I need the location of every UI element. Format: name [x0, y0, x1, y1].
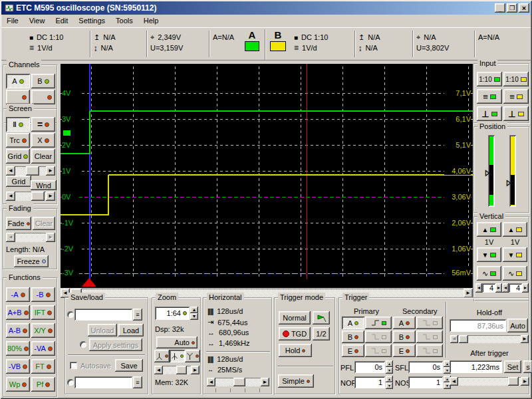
average-a-value[interactable]: 4: [482, 283, 495, 293]
hold-button[interactable]: Hold: [279, 344, 312, 357]
scroll-right-icon[interactable]: ►: [191, 366, 200, 374]
spin-up-icon[interactable]: ▴: [386, 376, 393, 382]
fn-neg-vb-button[interactable]: -VB: [6, 359, 30, 374]
smooth-b-button[interactable]: ∿: [503, 266, 527, 281]
secondary-b-edge-button[interactable]: [416, 331, 443, 343]
channel-b-button[interactable]: B: [31, 74, 55, 88]
spin-up-icon[interactable]: ▴: [386, 360, 393, 367]
trace-button[interactable]: Trc: [6, 133, 30, 148]
nop-spinner[interactable]: ▴ ▾: [386, 376, 393, 389]
scale-up-b-button[interactable]: ▲: [503, 222, 527, 237]
scale-down-a-button[interactable]: ▼: [477, 247, 501, 262]
zoom-anchor-center-button[interactable]: [170, 350, 185, 362]
probe-b-button[interactable]: 1:10: [503, 72, 529, 86]
half-button[interactable]: 1/2: [313, 327, 330, 340]
spin-left-icon[interactable]: ◂: [502, 283, 509, 293]
menu-view[interactable]: View: [24, 15, 51, 27]
fn-wp-button[interactable]: Wp: [6, 377, 30, 392]
zoom-auto-button[interactable]: Auto: [156, 336, 198, 348]
wnd-scrollbar[interactable]: ◄ ►: [6, 192, 55, 201]
secondary-a-edge-button[interactable]: [416, 317, 443, 329]
after-trigger-scrollbar[interactable]: ◄ ►: [450, 377, 529, 386]
scroll-left-icon[interactable]: ◄: [154, 366, 163, 374]
timebase-scrollbar[interactable]: ◄ ►: [207, 378, 269, 386]
scroll-left-icon[interactable]: ◄: [6, 166, 15, 176]
zoom-anchor-right-button[interactable]: [185, 350, 200, 362]
primary-a-button[interactable]: A: [342, 317, 364, 329]
zoom-down-icon[interactable]: ▾: [190, 313, 198, 320]
zoom-up-icon[interactable]: ▴: [190, 307, 198, 313]
fn-a-minus-b-button[interactable]: A-B: [6, 323, 30, 338]
spin-left-icon[interactable]: ◂: [475, 283, 482, 293]
apply-settings-radio[interactable]: [80, 341, 86, 348]
channel-a-button[interactable]: A: [6, 74, 30, 88]
primary-e-button[interactable]: E: [342, 344, 364, 357]
settings-file-radio[interactable]: [67, 311, 74, 318]
scroll-right-icon[interactable]: ►: [521, 377, 529, 386]
simple-button[interactable]: Simple: [278, 374, 314, 388]
pause-button[interactable]: ‖: [6, 117, 30, 132]
autosave-checkbox[interactable]: [70, 362, 77, 369]
spin-down-icon[interactable]: ▾: [386, 382, 393, 389]
menu-settings[interactable]: Settings: [73, 15, 110, 27]
fn-neg-b-button[interactable]: -B: [31, 287, 55, 302]
secondary-b-button[interactable]: B: [393, 331, 416, 343]
scroll-left-icon[interactable]: ◄: [450, 377, 458, 386]
scroll-left-icon[interactable]: ◄: [207, 378, 215, 386]
zoom-anchor-left-button[interactable]: [154, 350, 170, 362]
grid-button[interactable]: Grid: [6, 149, 30, 164]
settings-file-input[interactable]: [74, 309, 132, 321]
coupling-b-button[interactable]: ≡: [503, 89, 529, 104]
fn-xy-button[interactable]: X/Y: [31, 323, 55, 338]
scroll-right-icon[interactable]: ►: [464, 289, 473, 298]
tab-wnd[interactable]: Wnd: [31, 180, 57, 190]
pfl-spinner[interactable]: ▴ ▾: [386, 360, 393, 374]
menu-file[interactable]: File: [1, 15, 24, 27]
fade-clear-button[interactable]: Clear: [33, 217, 55, 230]
primary-a-edge-button[interactable]: [365, 317, 392, 329]
close-button[interactable]: ×: [519, 3, 529, 13]
unload-button[interactable]: Unload: [88, 324, 117, 336]
primary-e-edge-button[interactable]: [365, 344, 392, 357]
nos-input[interactable]: 1: [408, 376, 443, 388]
scope-display[interactable]: 4V 3V 2V 1V 0V -1V -2V -3V 7,1V 6,1V 5,1…: [61, 64, 473, 288]
fn-80pct-button[interactable]: 80%: [6, 341, 30, 356]
fn-a-plus-b-button[interactable]: A+B: [6, 305, 30, 320]
dual-trace-button[interactable]: =: [31, 117, 55, 132]
channel-b2-button[interactable]: [31, 90, 55, 104]
fade-scrollbar[interactable]: ◄ ►: [6, 233, 55, 242]
fn-neg-a-button[interactable]: -A: [6, 287, 30, 302]
average-b-value[interactable]: 4: [509, 283, 522, 293]
settings-file-menu-button[interactable]: ≡: [133, 309, 142, 321]
position-b-marker-icon[interactable]: ⋈: [505, 177, 515, 189]
ground-a-button[interactable]: ⊥: [477, 106, 502, 121]
minimize-button[interactable]: _: [495, 3, 505, 13]
data-file-input[interactable]: [74, 376, 132, 388]
smooth-a-button[interactable]: ∿: [477, 266, 501, 281]
pfl-input[interactable]: 0s: [354, 361, 385, 373]
scroll-right-icon[interactable]: ►: [46, 166, 55, 176]
scale-down-b-button[interactable]: ▼: [503, 247, 527, 262]
maximize-button[interactable]: ❒: [507, 3, 517, 13]
secondary-e-button[interactable]: E: [393, 344, 416, 357]
data-file-radio[interactable]: [67, 379, 74, 386]
average-a-spinner[interactable]: ◂ 4 ▸: [475, 283, 502, 293]
scope-scrollbar[interactable]: ◄ ►: [61, 289, 473, 298]
secondary-a-button[interactable]: A: [393, 317, 416, 329]
apply-settings-button[interactable]: Apply settings: [89, 338, 142, 351]
after-trigger-unit-button[interactable]: s: [523, 360, 532, 373]
tab-grid[interactable]: Grid: [6, 176, 31, 187]
spin-right-icon[interactable]: ▸: [522, 283, 529, 293]
scroll-right-icon[interactable]: ►: [46, 192, 55, 201]
zoom-scrollbar[interactable]: ◄ ►: [154, 366, 200, 374]
average-b-spinner[interactable]: ◂ 4 ▸: [502, 283, 529, 293]
holdoff-input[interactable]: 87,36us: [450, 319, 506, 332]
tgd-button[interactable]: TGD: [279, 327, 311, 340]
coupling-a-button[interactable]: ≡: [477, 89, 502, 104]
trigger-flag-button[interactable]: [313, 311, 330, 325]
trigger-cursor[interactable]: [89, 64, 90, 279]
sfl-input[interactable]: 0s: [408, 361, 443, 373]
save-button[interactable]: Save: [115, 359, 143, 372]
freeze-button[interactable]: Freeze: [14, 255, 49, 267]
scroll-left-icon[interactable]: ◄: [6, 192, 15, 201]
